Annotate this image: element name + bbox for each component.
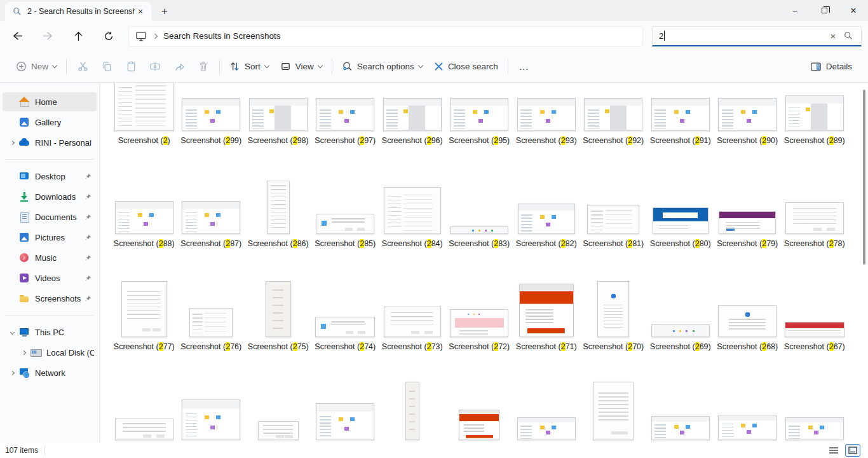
file-item[interactable]: Screenshot (269)	[647, 289, 714, 392]
file-item[interactable]: Screenshot (270)	[580, 289, 648, 392]
file-thumbnail	[518, 204, 575, 234]
paste-button[interactable]	[119, 56, 143, 78]
sidebar-item-documents[interactable]: Documents	[3, 207, 97, 226]
file-item[interactable]: Screenshot (267)	[781, 289, 848, 392]
new-tab-button[interactable]: +	[155, 3, 174, 20]
file-item[interactable]: Screenshot (297)	[312, 83, 379, 186]
sidebar-chevron-icon[interactable]	[5, 331, 19, 334]
file-item[interactable]: Screenshot (268)	[714, 289, 782, 392]
file-item[interactable]: Screenshot (284)	[379, 186, 446, 289]
restore-button[interactable]	[810, 0, 839, 21]
clear-search-button[interactable]: ×	[825, 28, 841, 43]
file-item[interactable]	[714, 392, 782, 442]
cut-button[interactable]	[71, 56, 95, 78]
file-name: Screenshot (288)	[114, 239, 175, 249]
file-item[interactable]: Screenshot (275)	[245, 289, 312, 392]
new-button[interactable]: New	[10, 56, 62, 78]
file-item[interactable]: Screenshot (280)	[647, 186, 714, 289]
file-item[interactable]	[178, 392, 245, 442]
close-search-button[interactable]: Close search	[428, 56, 504, 78]
sidebar-item-gallery[interactable]: Gallery	[3, 113, 97, 132]
forward-button[interactable]	[37, 25, 58, 47]
file-item[interactable]: Screenshot (296)	[379, 83, 446, 186]
search-options-button[interactable]: Search options	[336, 56, 428, 78]
file-item[interactable]: Screenshot (277)	[111, 289, 178, 392]
file-item[interactable]: Screenshot (273)	[379, 289, 446, 392]
file-item[interactable]: Screenshot (293)	[513, 83, 580, 186]
list-view-toggle[interactable]	[826, 444, 841, 457]
file-item[interactable]: Screenshot (290)	[714, 83, 782, 186]
file-item[interactable]: Screenshot (298)	[245, 83, 312, 186]
thumbnail-view-icon	[848, 447, 857, 454]
file-item[interactable]: Screenshot (283)	[446, 186, 513, 289]
sidebar-item-network[interactable]: Network	[3, 363, 97, 382]
breadcrumb-chevron-icon[interactable]	[153, 34, 157, 38]
address-bar[interactable]: Search Results in Screenshots	[128, 26, 643, 46]
search-results-area[interactable]: Screenshot (2) Screenshot (299) Screensh…	[100, 83, 868, 442]
search-input-value[interactable]: 2	[659, 31, 663, 41]
breadcrumb[interactable]: Search Results in Screenshots	[163, 31, 281, 41]
details-pane-button[interactable]: Details	[804, 56, 858, 78]
copy-button[interactable]	[95, 56, 119, 78]
file-item[interactable]	[781, 392, 848, 442]
back-button[interactable]	[6, 25, 28, 47]
sidebar-item-desktop[interactable]: Desktop	[3, 167, 97, 186]
file-item[interactable]	[647, 392, 714, 442]
sidebar-item-downloads[interactable]: Downloads	[3, 187, 97, 206]
share-button[interactable]	[167, 56, 191, 78]
tab-close-button[interactable]: ×	[135, 6, 146, 17]
sidebar-item-local-disk-c[interactable]: Local Disk (C:)	[3, 343, 97, 362]
sidebar-item-videos[interactable]: Videos	[3, 268, 97, 288]
minimize-button[interactable]: –	[780, 0, 810, 21]
sidebar-item-home[interactable]: Home	[3, 92, 97, 111]
file-item[interactable]: Screenshot (272)	[446, 289, 513, 392]
file-item[interactable]: Screenshot (279)	[714, 186, 782, 289]
file-item[interactable]: Screenshot (286)	[245, 186, 312, 289]
desktop-icon	[19, 171, 29, 181]
file-item[interactable]	[580, 392, 648, 442]
file-item[interactable]: Screenshot (276)	[178, 289, 245, 392]
file-item[interactable]: Screenshot (289)	[781, 83, 848, 186]
thumbnail-view-toggle[interactable]	[845, 444, 860, 457]
file-item[interactable]: Screenshot (282)	[513, 186, 580, 289]
more-options-button[interactable]: …	[512, 56, 536, 78]
file-item[interactable]	[245, 392, 312, 442]
file-item[interactable]: Screenshot (274)	[312, 289, 379, 392]
file-item[interactable]: Screenshot (291)	[647, 83, 714, 186]
explorer-tab[interactable]: 2 - Search Results in Screensho ×	[5, 2, 151, 21]
file-item[interactable]	[379, 392, 446, 442]
sidebar-chevron-icon[interactable]	[17, 351, 31, 354]
file-item[interactable]: Screenshot (299)	[178, 83, 245, 186]
sidebar-item-screenshots[interactable]: Screenshots	[3, 289, 97, 308]
view-button[interactable]: View	[275, 56, 328, 78]
file-item[interactable]: Screenshot (2)	[111, 83, 178, 186]
sidebar-item-rini-personal[interactable]: RINI - Personal	[3, 133, 97, 152]
file-item[interactable]: Screenshot (287)	[178, 186, 245, 289]
vertical-scrollbar[interactable]	[863, 90, 865, 265]
file-item[interactable]: Screenshot (281)	[580, 186, 648, 289]
sort-button[interactable]: Sort	[224, 56, 275, 78]
sidebar-chevron-icon[interactable]	[5, 141, 19, 144]
delete-button[interactable]	[191, 56, 215, 78]
file-item[interactable]: Screenshot (278)	[781, 186, 848, 289]
search-box[interactable]: 2 ×	[652, 26, 862, 46]
search-submit-button[interactable]	[841, 28, 856, 43]
file-item[interactable]	[446, 392, 513, 442]
file-item[interactable]: Screenshot (292)	[580, 83, 648, 186]
file-item[interactable]: Screenshot (295)	[446, 83, 513, 186]
up-button[interactable]	[67, 25, 89, 47]
refresh-button[interactable]	[98, 25, 119, 47]
file-item[interactable]: Screenshot (271)	[513, 289, 580, 392]
sidebar-chevron-icon[interactable]	[5, 371, 19, 375]
sidebar-item-music[interactable]: Music	[3, 248, 97, 267]
file-thumbnail	[249, 98, 308, 131]
file-item[interactable]: Screenshot (288)	[111, 186, 178, 289]
rename-button[interactable]: A	[143, 56, 167, 78]
close-button[interactable]: ×	[839, 0, 868, 21]
file-item[interactable]	[312, 392, 379, 442]
file-item[interactable]	[513, 392, 580, 442]
file-item[interactable]	[111, 392, 178, 442]
sidebar-item-this-pc[interactable]: This PC	[3, 323, 97, 342]
file-item[interactable]: Screenshot (285)	[312, 186, 379, 289]
sidebar-item-pictures[interactable]: Pictures	[3, 228, 97, 247]
